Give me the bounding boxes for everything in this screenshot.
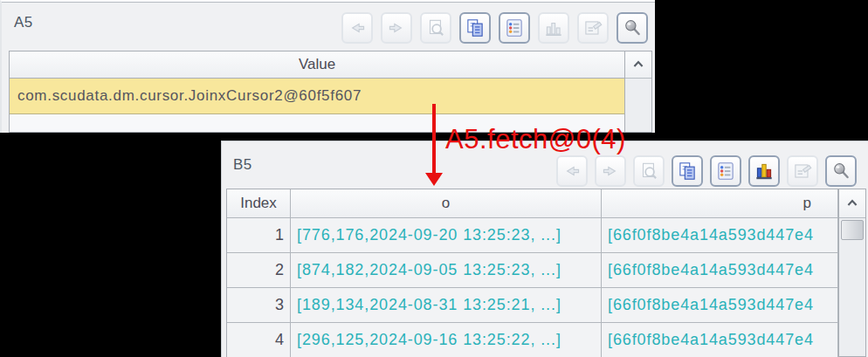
b5-scroll-up-button[interactable] — [839, 189, 865, 218]
b5-panel: B5 — [221, 141, 868, 357]
copy-button[interactable] — [459, 12, 491, 44]
b5-column-header-o: o — [291, 189, 602, 218]
b5-row-index[interactable]: 1 — [227, 218, 291, 253]
chevron-up-icon — [844, 195, 861, 212]
a5-value-table: Value com.scudata.dm.cursor.JoinxCursor2… — [9, 51, 652, 133]
back-icon — [561, 160, 583, 182]
back-icon — [346, 17, 369, 39]
draw-form-button[interactable] — [577, 12, 609, 44]
chart-icon — [542, 17, 565, 39]
chart-icon — [753, 160, 775, 182]
b5-scroll-track[interactable] — [839, 240, 865, 356]
pin-icon — [621, 17, 644, 39]
forward-button[interactable] — [595, 155, 626, 187]
print-preview-icon — [637, 160, 660, 182]
b5-column-header-index: Index — [227, 189, 291, 218]
copy-button[interactable] — [672, 155, 703, 187]
a5-column-header-value: Value — [10, 51, 624, 79]
b5-cell-p[interactable]: [66f0f8be4a14a593d447e4 — [602, 323, 838, 357]
b5-scrollbar[interactable] — [838, 189, 865, 356]
a5-scrollbar[interactable] — [624, 51, 651, 132]
b5-cell-o[interactable]: [874,182,2024-09-05 13:25:23, ...] — [291, 253, 602, 288]
b5-toolbar — [556, 155, 857, 187]
screenshot-stage: A5 — [0, 0, 868, 357]
b5-cell-o[interactable]: [189,134,2024-08-31 13:25:21, ...] — [291, 288, 602, 323]
back-button[interactable] — [556, 155, 588, 187]
b5-row-index[interactable]: 2 — [227, 253, 291, 288]
b5-row-index[interactable]: 4 — [227, 323, 291, 357]
back-button[interactable] — [341, 12, 373, 44]
copy-icon — [464, 17, 486, 39]
pin-button[interactable] — [825, 155, 857, 187]
a5-scroll-up-button[interactable] — [625, 51, 651, 79]
a5-panel: A5 — [0, 0, 655, 133]
draw-form-icon — [582, 17, 604, 39]
a5-empty-row — [10, 114, 624, 132]
a5-toolbar — [341, 12, 648, 44]
print-preview-icon — [424, 17, 447, 39]
properties-button[interactable] — [499, 12, 530, 44]
pin-button[interactable] — [617, 12, 648, 44]
print-preview-button[interactable] — [633, 155, 665, 187]
b5-cell-p[interactable]: [66f0f8be4a14a593d447e4 — [602, 288, 838, 323]
b5-panel-title: B5 — [233, 156, 252, 174]
properties-icon — [714, 160, 737, 182]
b5-cell-o[interactable]: [776,176,2024-09-20 13:25:23, ...] — [291, 218, 602, 253]
a5-scroll-track[interactable] — [625, 79, 651, 132]
a5-panel-title: A5 — [14, 14, 33, 31]
copy-icon — [676, 160, 699, 182]
draw-form-button[interactable] — [787, 155, 818, 187]
a5-value-row-selected[interactable]: com.scudata.dm.cursor.JoinxCursor2@60f5f… — [10, 79, 624, 114]
b5-row-index[interactable]: 3 — [227, 288, 291, 323]
chart-button[interactable] — [538, 12, 569, 44]
chevron-up-icon — [630, 56, 647, 73]
b5-column-header-p: p — [602, 189, 838, 218]
draw-form-icon — [791, 160, 814, 182]
b5-scroll-thumb[interactable] — [841, 220, 864, 240]
b5-data-table: Index o p 1 [776,176,2024-09-20 13:25:23… — [226, 189, 866, 357]
pin-icon — [830, 160, 852, 182]
b5-cell-p[interactable]: [66f0f8be4a14a593d447e4 — [602, 218, 838, 253]
properties-button[interactable] — [710, 155, 741, 187]
b5-cell-p[interactable]: [66f0f8be4a14a593d447e4 — [602, 253, 838, 288]
forward-icon — [385, 17, 408, 39]
forward-button[interactable] — [381, 12, 412, 44]
b5-cell-o[interactable]: [296,125,2024-09-16 13:25:22, ...] — [291, 323, 602, 357]
properties-icon — [503, 17, 526, 39]
chart-button[interactable] — [748, 155, 780, 187]
print-preview-button[interactable] — [420, 12, 451, 44]
forward-icon — [599, 160, 622, 182]
